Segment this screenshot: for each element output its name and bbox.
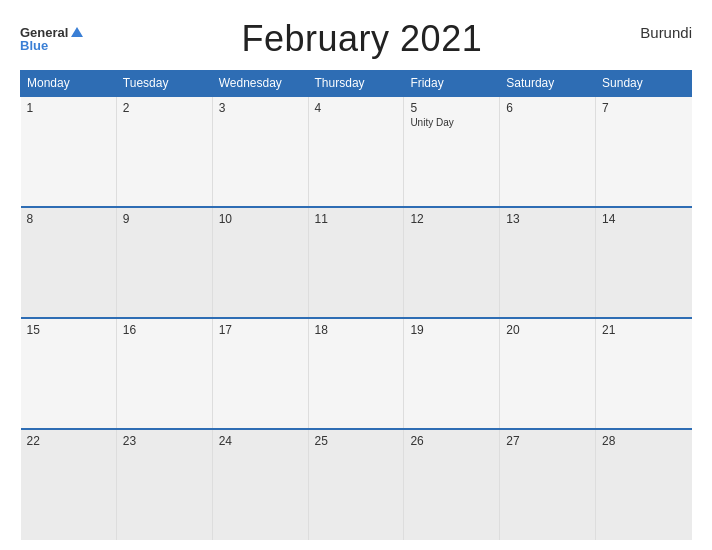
- day-number: 14: [602, 212, 685, 226]
- day-number: 23: [123, 434, 206, 448]
- day-number: 22: [27, 434, 110, 448]
- day-number: 20: [506, 323, 589, 337]
- day-number: 19: [410, 323, 493, 337]
- table-row: 9: [116, 207, 212, 318]
- day-number: 25: [315, 434, 398, 448]
- table-row: 15: [21, 318, 117, 429]
- col-sunday: Sunday: [596, 71, 692, 97]
- table-row: 10: [212, 207, 308, 318]
- table-row: 26: [404, 429, 500, 540]
- day-number: 13: [506, 212, 589, 226]
- day-number: 3: [219, 101, 302, 115]
- table-row: 8: [21, 207, 117, 318]
- col-thursday: Thursday: [308, 71, 404, 97]
- table-row: 12: [404, 207, 500, 318]
- table-row: 7: [596, 96, 692, 207]
- day-number: 27: [506, 434, 589, 448]
- table-row: 5Unity Day: [404, 96, 500, 207]
- calendar-week-row: 12345Unity Day67: [21, 96, 692, 207]
- calendar-table: Monday Tuesday Wednesday Thursday Friday…: [20, 70, 692, 540]
- calendar-title: February 2021: [242, 18, 483, 60]
- table-row: 19: [404, 318, 500, 429]
- col-saturday: Saturday: [500, 71, 596, 97]
- table-row: 28: [596, 429, 692, 540]
- col-wednesday: Wednesday: [212, 71, 308, 97]
- day-number: 18: [315, 323, 398, 337]
- calendar-header-row: Monday Tuesday Wednesday Thursday Friday…: [21, 71, 692, 97]
- table-row: 14: [596, 207, 692, 318]
- table-row: 27: [500, 429, 596, 540]
- day-number: 10: [219, 212, 302, 226]
- table-row: 6: [500, 96, 596, 207]
- table-row: 11: [308, 207, 404, 318]
- table-row: 23: [116, 429, 212, 540]
- day-number: 6: [506, 101, 589, 115]
- page: General Blue February 2021 Burundi Monda…: [0, 0, 712, 550]
- col-tuesday: Tuesday: [116, 71, 212, 97]
- table-row: 13: [500, 207, 596, 318]
- table-row: 22: [21, 429, 117, 540]
- table-row: 25: [308, 429, 404, 540]
- day-number: 4: [315, 101, 398, 115]
- country-label: Burundi: [640, 18, 692, 41]
- day-number: 15: [27, 323, 110, 337]
- day-number: 9: [123, 212, 206, 226]
- day-number: 2: [123, 101, 206, 115]
- table-row: 2: [116, 96, 212, 207]
- logo-blue-text: Blue: [20, 39, 83, 52]
- header: General Blue February 2021 Burundi: [20, 18, 692, 60]
- day-number: 24: [219, 434, 302, 448]
- table-row: 1: [21, 96, 117, 207]
- day-number: 7: [602, 101, 685, 115]
- table-row: 3: [212, 96, 308, 207]
- table-row: 20: [500, 318, 596, 429]
- day-number: 26: [410, 434, 493, 448]
- day-number: 16: [123, 323, 206, 337]
- logo-triangle-icon: [71, 27, 83, 37]
- table-row: 16: [116, 318, 212, 429]
- day-number: 21: [602, 323, 685, 337]
- table-row: 18: [308, 318, 404, 429]
- day-number: 17: [219, 323, 302, 337]
- table-row: 17: [212, 318, 308, 429]
- table-row: 24: [212, 429, 308, 540]
- day-number: 28: [602, 434, 685, 448]
- calendar-week-row: 15161718192021: [21, 318, 692, 429]
- col-friday: Friday: [404, 71, 500, 97]
- day-number: 8: [27, 212, 110, 226]
- day-event: Unity Day: [410, 117, 493, 128]
- day-number: 12: [410, 212, 493, 226]
- calendar-week-row: 891011121314: [21, 207, 692, 318]
- day-number: 5: [410, 101, 493, 115]
- day-number: 11: [315, 212, 398, 226]
- col-monday: Monday: [21, 71, 117, 97]
- table-row: 21: [596, 318, 692, 429]
- table-row: 4: [308, 96, 404, 207]
- day-number: 1: [27, 101, 110, 115]
- logo: General Blue: [20, 26, 83, 52]
- calendar-week-row: 22232425262728: [21, 429, 692, 540]
